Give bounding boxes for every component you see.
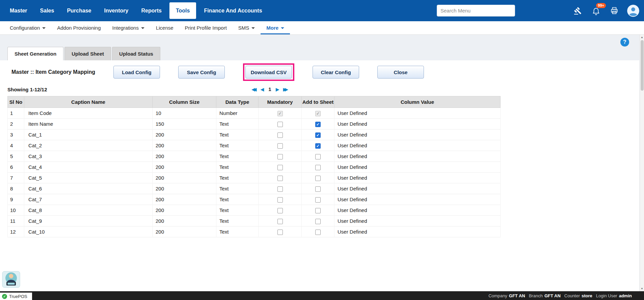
subnav-item-label: License [156,25,173,31]
cell-column-value: User Defined [334,183,501,194]
subnav-item-addon-provisioning[interactable]: Addon Provisioning [51,21,106,34]
prev-page-button[interactable]: ◀ [261,87,264,92]
scrollbar-thumb[interactable] [641,40,644,91]
toolbar: Master :: Item Category Mapping Load Con… [0,60,639,84]
clear-config-button[interactable]: Clear Config [313,66,359,79]
close-button[interactable]: Close [377,66,424,79]
add-to-sheet-checkbox[interactable] [315,122,321,127]
cell-column-size: 200 [153,227,216,237]
cell-column-size: 10 [153,108,216,119]
last-page-button[interactable]: ▶▶ [283,87,288,92]
add-to-sheet-checkbox[interactable] [315,219,321,224]
gavel-icon[interactable] [572,5,583,16]
tab-sheet-generation[interactable]: Sheet Generation [7,47,63,60]
search-input[interactable] [437,5,515,17]
status-ok-icon: ✓ [2,294,7,299]
cell-data-type: Text [216,173,259,183]
cell-data-type: Text [216,227,259,237]
tab-upload-status[interactable]: Upload Status [112,47,160,60]
add-to-sheet-checkbox[interactable] [315,111,321,116]
subnav-item-configuration[interactable]: Configuration [4,21,51,34]
cell-data-type: Text [216,119,259,129]
subnav-item-label: Addon Provisioning [57,25,101,31]
save-config-button[interactable]: Save Config [178,66,225,79]
add-to-sheet-checkbox[interactable] [315,186,321,192]
add-to-sheet-checkbox[interactable] [315,197,321,203]
cell-column-value: User Defined [334,140,501,151]
help-button[interactable]: ? [620,38,629,47]
mandatory-checkbox[interactable] [277,143,283,149]
cell-sl-no: 10 [8,205,24,216]
add-to-sheet-checkbox[interactable] [315,165,321,170]
table-row: 9 Cat_7 200 Text User Defined [8,194,501,205]
table-row: 10 Cat_8 200 Text User Defined [8,205,501,216]
first-page-button[interactable]: ◀◀ [251,87,257,92]
mandatory-checkbox[interactable] [277,132,283,138]
download-csv-button[interactable]: Download CSV [245,66,292,79]
add-to-sheet-checkbox[interactable] [315,143,321,149]
mandatory-checkbox[interactable] [277,219,283,224]
add-to-sheet-checkbox[interactable] [315,230,321,235]
assistant-avatar[interactable] [2,271,20,288]
mandatory-checkbox[interactable] [277,165,283,170]
subnav-item-more[interactable]: More [261,21,290,34]
subnav-item-license[interactable]: License [150,21,179,34]
vertical-scrollbar[interactable]: ▲ ▼ [640,35,644,291]
menu-item-sales[interactable]: Sales [34,0,61,21]
col-header-sl-no: Sl No [8,96,24,108]
cell-column-size: 200 [153,173,216,183]
current-page[interactable]: 1 [268,86,272,92]
scroll-up-arrow[interactable]: ▲ [640,35,644,40]
sub-nav: Configuration Addon Provisioning Integra… [0,21,644,35]
menu-item-master[interactable]: Master [3,0,34,21]
menu-item-inventory[interactable]: Inventory [98,0,135,21]
cell-column-size: 200 [153,194,216,205]
user-avatar[interactable] [627,5,639,17]
subnav-item-label: Configuration [10,25,40,31]
cell-sl-no: 3 [8,129,24,140]
add-to-sheet-checkbox[interactable] [315,176,321,181]
company-value: GFT AN [509,293,525,298]
mandatory-checkbox[interactable] [277,122,283,127]
brand-patch: ✓ TruePOS [0,293,32,300]
col-header-mandatory: Mandatory [259,96,302,108]
next-page-button[interactable]: ▶ [276,87,279,92]
notification-badge: 99+ [596,3,606,8]
cell-caption-name: Cat_6 [24,183,153,194]
subnav-item-print-profile-import[interactable]: Print Profile Import [179,21,233,34]
menu-item-finance-and-accounts[interactable]: Finance And Accounts [197,0,268,21]
col-header-column-value: Column Value [334,96,501,108]
tab-upload-sheet[interactable]: Upload Sheet [64,47,111,60]
mandatory-checkbox[interactable] [277,186,283,192]
cell-column-value: User Defined [334,227,501,237]
add-to-sheet-checkbox[interactable] [315,132,321,138]
mandatory-checkbox[interactable] [277,230,283,235]
cell-data-type: Text [216,151,259,162]
bell-icon[interactable]: 99+ [591,5,601,16]
cell-column-size: 200 [153,140,216,151]
scroll-down-arrow[interactable]: ▼ [640,286,644,291]
mandatory-checkbox[interactable] [277,208,283,213]
mandatory-checkbox[interactable] [277,197,283,203]
mandatory-checkbox[interactable] [277,154,283,159]
cell-sl-no: 2 [8,119,24,129]
add-to-sheet-checkbox[interactable] [315,154,321,159]
mapping-table: Sl No Caption Name Column Size Data Type… [7,96,501,237]
subnav-item-sms[interactable]: SMS [233,21,261,34]
cell-sl-no: 8 [8,183,24,194]
subnav-item-integrations[interactable]: Integrations [107,21,150,34]
pagination-row: Showing 1-12/12 ◀◀ ◀ 1 ▶ ▶▶ [0,84,639,96]
menu-item-tools[interactable]: Tools [169,2,196,19]
status-bar: Company GFT AN Branch GFT AN Counter sto… [0,291,644,300]
menu-item-purchase[interactable]: Purchase [60,0,98,21]
mandatory-checkbox[interactable] [277,111,283,116]
cell-caption-name: Cat_10 [24,227,153,237]
mandatory-checkbox[interactable] [277,176,283,181]
table-row: 8 Cat_6 200 Text User Defined [8,183,501,194]
brand-label: TruePOS [9,294,27,299]
add-to-sheet-checkbox[interactable] [315,208,321,213]
menu-item-reports[interactable]: Reports [135,0,168,21]
printer-icon[interactable] [609,5,620,16]
load-config-button[interactable]: Load Config [113,66,160,79]
subnav-item-label: More [266,25,278,31]
